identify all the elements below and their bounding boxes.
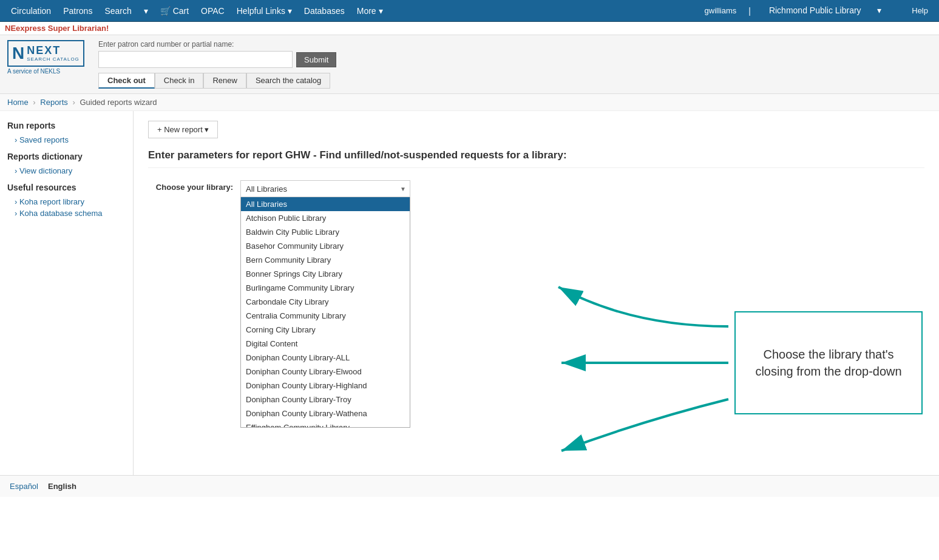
new-report-button[interactable]: + New report ▾ bbox=[148, 121, 218, 138]
tab-renew[interactable]: Renew bbox=[203, 73, 246, 89]
tab-search-catalog[interactable]: Search the catalog bbox=[246, 73, 330, 89]
dropdown-item[interactable]: Burlingame Community Library bbox=[241, 281, 410, 295]
dropdown-item[interactable]: Bern Community Library bbox=[241, 253, 410, 267]
report-title: Enter parameters for report GHW - Find u… bbox=[148, 149, 924, 168]
super-librarian-bar: NEexpress Super Librarian! bbox=[0, 22, 939, 35]
dropdown-item[interactable]: All Libraries bbox=[241, 197, 410, 211]
library-form-row: Choose your library: All Libraries All L… bbox=[148, 180, 924, 197]
nav-search[interactable]: Search bbox=[98, 0, 137, 22]
nav-opac[interactable]: OPAC bbox=[195, 0, 231, 22]
sidebar-useful-resources-title: Useful resources bbox=[7, 183, 126, 192]
dropdown-selected-value: All Libraries bbox=[246, 184, 287, 194]
sidebar-koha-report-library[interactable]: Koha report library bbox=[7, 196, 126, 207]
footer-espanol[interactable]: Español bbox=[10, 482, 38, 491]
dropdown-item[interactable]: Doniphan County Library-Wathena bbox=[241, 407, 410, 420]
library-form-control: All Libraries All LibrariesAtchison Publ… bbox=[240, 180, 410, 197]
nav-circulation[interactable]: Circulation bbox=[5, 0, 57, 22]
dropdown-item[interactable]: Effingham Community Library bbox=[241, 420, 410, 428]
dropdown-item[interactable]: Doniphan County Library-Highland bbox=[241, 379, 410, 393]
library-dropdown-trigger[interactable]: All Libraries bbox=[240, 180, 410, 197]
main-layout: Run reports Saved reports Reports dictio… bbox=[0, 111, 939, 475]
logo-next: NEXT bbox=[27, 45, 80, 57]
sidebar: Run reports Saved reports Reports dictio… bbox=[0, 111, 134, 475]
tab-checkin[interactable]: Check in bbox=[155, 73, 204, 89]
content-area: + New report ▾ Enter parameters for repo… bbox=[134, 111, 939, 475]
patron-submit-button[interactable]: Submit bbox=[296, 52, 336, 67]
logo-service: A service of NEKLS bbox=[7, 68, 60, 75]
annotation-area: Choose the library that's closing from t… bbox=[388, 232, 935, 497]
logo-n: N bbox=[12, 44, 24, 63]
dropdown-item[interactable]: Corning City Library bbox=[241, 323, 410, 337]
user-info: gwilliams | Richmond Public Library ▾ He… bbox=[699, 0, 934, 22]
tab-checkout[interactable]: Check out bbox=[98, 73, 155, 89]
choose-library-label: Choose your library: bbox=[148, 180, 233, 192]
library-dropdown-list[interactable]: All LibrariesAtchison Public LibraryBald… bbox=[240, 197, 410, 428]
library-name[interactable]: Richmond Public Library ▾ bbox=[757, 0, 893, 22]
nav-separator: | bbox=[742, 0, 757, 22]
breadcrumb-home[interactable]: Home bbox=[7, 98, 29, 107]
nav-helpful-links[interactable]: Helpful Links ▾ bbox=[231, 0, 298, 22]
annotation-arrows bbox=[388, 232, 935, 497]
footer: Español English bbox=[0, 475, 939, 497]
user-name[interactable]: gwilliams bbox=[699, 0, 743, 22]
sidebar-koha-database-schema[interactable]: Koha database schema bbox=[7, 207, 126, 219]
patron-input-area: Enter patron card number or partial name… bbox=[98, 40, 336, 89]
dropdown-item[interactable]: Bonner Springs City Library bbox=[241, 267, 410, 281]
logo-search-catalog: SEARCH CATALOG bbox=[27, 57, 80, 62]
footer-english: English bbox=[48, 482, 76, 491]
annotation-box: Choose the library that's closing from t… bbox=[734, 311, 923, 414]
sidebar-saved-reports[interactable]: Saved reports bbox=[7, 134, 126, 146]
breadcrumb: Home › Reports › Guided reports wizard bbox=[0, 94, 939, 111]
breadcrumb-sep2: › bbox=[72, 98, 75, 107]
annotation-text: Choose the library that's closing from t… bbox=[748, 346, 909, 380]
patron-card-input[interactable] bbox=[98, 51, 293, 68]
nav-dropdown1[interactable]: ▾ bbox=[138, 0, 154, 22]
sidebar-run-reports-title: Run reports bbox=[7, 121, 126, 130]
sidebar-view-dictionary[interactable]: View dictionary bbox=[7, 165, 126, 177]
patron-bar: N NEXT SEARCH CATALOG A service of NEKLS… bbox=[0, 35, 939, 94]
dropdown-item[interactable]: Centralia Community Library bbox=[241, 309, 410, 323]
patron-row: Submit bbox=[98, 51, 336, 68]
nav-cart[interactable]: 🛒 Cart bbox=[154, 0, 195, 22]
breadcrumb-current: Guided reports wizard bbox=[80, 98, 157, 107]
dropdown-item[interactable]: Digital Content bbox=[241, 337, 410, 351]
nav-databases[interactable]: Databases bbox=[298, 0, 351, 22]
patron-input-label: Enter patron card number or partial name… bbox=[98, 40, 336, 49]
logo-text-right: NEXT SEARCH CATALOG bbox=[27, 45, 80, 62]
dropdown-item[interactable]: Atchison Public Library bbox=[241, 211, 410, 225]
nav-patrons[interactable]: Patrons bbox=[57, 0, 98, 22]
dropdown-item[interactable]: Baldwin City Public Library bbox=[241, 225, 410, 239]
top-navigation: Circulation Patrons Search ▾ 🛒 Cart OPAC… bbox=[0, 0, 939, 22]
nav-more[interactable]: More ▾ bbox=[351, 0, 389, 22]
library-dropdown-wrapper: All Libraries All LibrariesAtchison Publ… bbox=[240, 180, 410, 197]
dropdown-item[interactable]: Doniphan County Library-ALL bbox=[241, 351, 410, 365]
sidebar-reports-dictionary-title: Reports dictionary bbox=[7, 152, 126, 161]
dropdown-item[interactable]: Doniphan County Library-Elwood bbox=[241, 365, 410, 379]
help-link[interactable]: Help bbox=[906, 0, 934, 22]
logo-area: N NEXT SEARCH CATALOG A service of NEKLS bbox=[7, 40, 86, 75]
dropdown-item[interactable]: Basehor Community Library bbox=[241, 239, 410, 253]
breadcrumb-sep1: › bbox=[33, 98, 35, 107]
library-dropdown-arrow: ▾ bbox=[871, 5, 887, 15]
dropdown-item[interactable]: Doniphan County Library-Troy bbox=[241, 393, 410, 407]
logo-box: N NEXT SEARCH CATALOG bbox=[7, 40, 84, 67]
breadcrumb-reports[interactable]: Reports bbox=[40, 98, 68, 107]
dropdown-item[interactable]: Carbondale City Library bbox=[241, 295, 410, 309]
action-tabs: Check out Check in Renew Search the cata… bbox=[98, 73, 336, 89]
